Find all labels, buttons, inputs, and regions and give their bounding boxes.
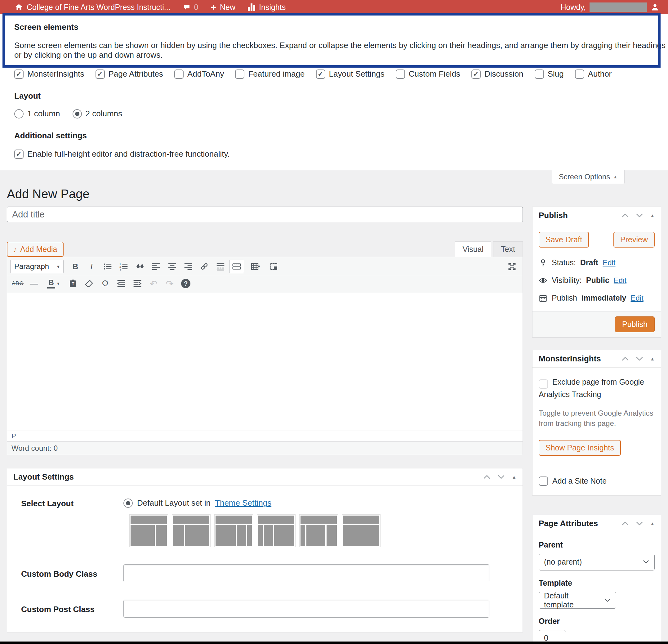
fullheight-editor-checkbox[interactable]: ✓ Enable full-height editor and distract… [14,149,668,159]
collapse-triangle-icon[interactable]: ▲ [650,521,655,526]
screen-element-checkbox-author[interactable]: ✓Author [575,69,612,79]
add-media-button[interactable]: ♪ Add Media [7,242,64,257]
align-left-button[interactable] [149,260,164,273]
screen-element-checkbox-addtoany[interactable]: ✓AddToAny [174,69,224,79]
screen-element-checkbox-featured-image[interactable]: ✓Featured image [235,69,305,79]
site-menu[interactable]: College of Fine Arts WordPress Instructi… [15,3,170,12]
italic-icon: I [90,262,93,271]
outdent-button[interactable] [114,277,129,290]
publish-header[interactable]: Publish ▲ [532,207,661,224]
title-input[interactable] [7,207,523,222]
layout-radio-1-column[interactable]: 1 column [14,109,60,119]
custom-post-class-input[interactable] [123,600,489,618]
screen-element-checkbox-layout-settings[interactable]: ✓Layout Settings [316,69,384,79]
layout-radio-2-columns[interactable]: 2 columns [73,109,122,119]
numbered-list-button[interactable]: 123 [116,260,131,273]
monsterinsights-header[interactable]: MonsterInsights ▲ [532,350,661,368]
collapse-triangle-icon[interactable]: ▲ [512,474,516,480]
edit-status-link[interactable]: Edit [603,258,615,267]
align-right-button[interactable] [181,260,196,273]
move-up-icon[interactable] [622,213,629,218]
screen-element-checkbox-custom-fields[interactable]: ✓Custom Fields [396,69,460,79]
insert-link-button[interactable] [197,260,212,273]
editor-content-area[interactable] [7,293,522,431]
read-more-button[interactable] [213,260,228,273]
screen-options-tab[interactable]: Screen Options ▲ [552,170,625,184]
bar-chart-icon [248,3,255,11]
strikethrough-button[interactable]: ABC [10,277,25,290]
move-up-icon[interactable] [622,357,629,361]
layout-thumbnail-1[interactable] [130,515,168,547]
collapse-triangle-icon[interactable]: ▲ [650,213,655,218]
add-site-note-checkbox[interactable]: ✓ Add a Site Note [539,477,655,486]
insights-menu[interactable]: Insights [248,3,286,12]
help-button[interactable]: ? [178,277,193,290]
exclude-tracking-checkbox[interactable]: ✓Exclude page from Google Analytics Trac… [539,377,644,399]
move-down-icon[interactable] [636,357,643,361]
move-down-icon[interactable] [498,475,505,479]
redo-button[interactable]: ↷ [162,277,177,290]
new-content-menu[interactable]: + New [211,2,236,12]
page-attributes-metabox: Page Attributes ▲ Parent (no parent) Tem… [532,515,661,644]
tab-visual[interactable]: Visual [455,241,491,257]
align-center-button[interactable] [165,260,180,273]
screen-element-checkbox-page-attributes[interactable]: ✓Page Attributes [95,69,163,79]
paste-as-text-button[interactable]: T [65,277,80,290]
template-select[interactable]: Default template [539,592,616,609]
layout-thumbnail-4[interactable] [257,515,295,547]
account-menu[interactable]: Howdy, [560,2,659,12]
link-icon [200,262,209,271]
clear-formatting-button[interactable] [81,277,96,290]
layout-settings-header[interactable]: Layout Settings ▲ [7,468,522,486]
move-up-icon[interactable] [483,475,491,479]
site-name: College of Fine Arts WordPress Instructi… [27,3,170,12]
editor-element-path[interactable]: P [7,431,522,441]
comments-menu[interactable]: 0 [183,3,198,12]
move-down-icon[interactable] [636,213,643,218]
screen-element-checkbox-monsterinsights[interactable]: ✓MonsterInsights [14,69,85,79]
preview-button[interactable]: Preview [613,232,655,248]
indent-button[interactable] [130,277,145,290]
edit-schedule-link[interactable]: Edit [631,294,643,302]
collapse-triangle-icon[interactable]: ▲ [650,356,655,361]
blockquote-button[interactable] [133,260,147,273]
insert-content-button[interactable] [267,260,281,273]
fullscreen-button[interactable] [504,260,519,273]
horizontal-rule-button[interactable]: — [26,277,41,290]
text-color-button[interactable]: B ▾ [43,277,64,290]
checkbox-label: AddToAny [187,69,224,79]
custom-body-class-input[interactable] [123,564,489,582]
edit-visibility-link[interactable]: Edit [614,276,626,285]
italic-button[interactable]: I [84,260,99,273]
show-page-insights-button[interactable]: Show Page Insights [539,440,621,456]
toolbar-toggle-button[interactable] [229,260,244,273]
layout-thumbnail-3[interactable] [215,515,253,547]
publish-button[interactable]: Publish [615,316,655,332]
move-down-icon[interactable] [636,521,643,526]
theme-settings-link[interactable]: Theme Settings [215,498,271,508]
layout-thumbnail-2[interactable] [172,515,210,547]
table-button[interactable]: ▾ [245,260,265,273]
save-draft-button[interactable]: Save Draft [539,232,589,248]
publish-metabox: Publish ▲ Save Draft Preview [532,207,661,338]
undo-button[interactable]: ↶ [146,277,161,290]
page-attributes-header[interactable]: Page Attributes ▲ [532,515,661,532]
keyboard-icon [232,262,241,271]
wordpress-add-new-page-screen: College of Fine Arts WordPress Instructi… [0,0,668,644]
screen-element-checkbox-discussion[interactable]: ✓Discussion [471,69,523,79]
bullet-list-button[interactable] [100,260,115,273]
parent-select[interactable]: (no parent) [539,554,655,570]
bold-button[interactable]: B [68,260,83,273]
chevron-down-icon [604,598,611,602]
layout-thumbnail-5[interactable] [300,515,338,547]
screen-element-checkbox-slug[interactable]: ✓Slug [535,69,564,79]
word-count-label: Word count: [12,444,51,452]
move-up-icon[interactable] [622,521,629,526]
tab-text[interactable]: Text [493,241,523,257]
layout-settings-title: Layout Settings [13,472,74,482]
layout-thumbnail-6[interactable] [342,515,380,547]
word-count-bar: Word count: 0 [7,441,522,455]
paragraph-format-dropdown[interactable]: Paragraph ▾ [10,260,64,273]
special-character-button[interactable]: Ω [98,277,112,290]
default-layout-radio[interactable]: Default Layout set in Theme Settings [123,498,271,508]
